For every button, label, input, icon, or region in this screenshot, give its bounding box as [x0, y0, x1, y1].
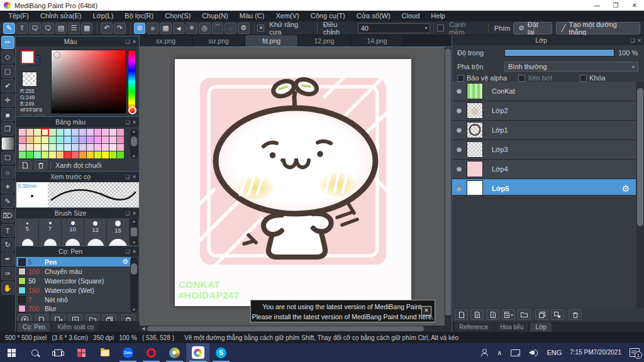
action-center-button[interactable]: 1	[625, 343, 644, 362]
brush-row-pen[interactable]: 5 Pen ⚙	[16, 257, 131, 267]
palette-swatch[interactable]	[94, 129, 101, 136]
layer-row-lop2[interactable]: Lớp2	[452, 101, 636, 121]
tab-reference[interactable]: Reference	[454, 322, 493, 332]
undo-button[interactable]: ↶	[101, 23, 113, 34]
new-layer-button[interactable]	[455, 309, 468, 320]
palette-swatch[interactable]	[19, 136, 26, 143]
gradient-tool[interactable]: ▩	[1, 137, 14, 150]
layer-scroll-thumb[interactable]	[637, 88, 643, 226]
brush-list-scrollbar[interactable]: ▼	[130, 257, 138, 312]
gear-icon[interactable]: ⚙	[621, 184, 630, 194]
palette-swatch[interactable]	[19, 129, 26, 136]
layer-row-lop3[interactable]: Lớp3	[452, 140, 636, 160]
new-color-button[interactable]	[19, 160, 31, 170]
palette-swatch[interactable]	[109, 129, 116, 136]
snap-curve-button[interactable]: ⌒	[212, 23, 224, 34]
layer-list-scrollbar[interactable]	[636, 82, 644, 308]
rotate-tool[interactable]: ↻	[1, 238, 14, 251]
list-settings-button[interactable]: ☰	[68, 23, 80, 34]
palette-swatch[interactable]	[57, 129, 64, 136]
snap-radial-button[interactable]: ✳	[186, 23, 197, 34]
scroll-down-icon[interactable]: ▼	[131, 241, 137, 244]
popout-icon[interactable]: ❏	[125, 249, 130, 255]
layer-row-lop4[interactable]: Lớp4	[452, 160, 636, 179]
canvas-horizontal-scrollbar[interactable]: ◀	[140, 326, 445, 332]
hue-cursor[interactable]	[128, 106, 136, 114]
opera-button[interactable]	[140, 343, 163, 362]
menu-chon[interactable]: Chọn(S)	[159, 11, 196, 21]
task-view-button[interactable]	[47, 343, 70, 362]
brush-size-scrollbar[interactable]: ▲ ▼	[130, 219, 138, 245]
snap-ellipse-button[interactable]: ◌	[225, 23, 236, 34]
close-icon[interactable]: ✕	[132, 211, 136, 216]
close-icon[interactable]: ✕	[132, 249, 136, 255]
medibang-taskbar-button[interactable]	[186, 343, 209, 362]
language-indicator[interactable]: ENG	[542, 343, 566, 362]
tab-hoa-tieu[interactable]: Hoa tiểu	[495, 322, 528, 332]
palette-swatch[interactable]	[94, 144, 101, 151]
palette-swatch[interactable]	[19, 151, 26, 158]
close-icon[interactable]: ✕	[132, 39, 136, 45]
palette-swatch[interactable]	[34, 144, 41, 151]
canvas-vscroll-thumb[interactable]	[445, 48, 451, 315]
antialias-checkbox[interactable]: ✕	[257, 25, 264, 31]
layer-folder-button[interactable]	[518, 309, 531, 320]
text-tool[interactable]: T	[1, 224, 14, 237]
palette-swatch[interactable]	[72, 136, 79, 143]
size-cell[interactable]	[39, 235, 62, 246]
palette-swatch[interactable]	[34, 129, 41, 136]
menu-cloud[interactable]: Cloud	[396, 11, 426, 21]
eraser-tool[interactable]: ◇	[1, 50, 14, 63]
lasso-tool[interactable]: ○	[1, 166, 14, 179]
doc-tab-su[interactable]: sư.png	[192, 35, 245, 47]
visibility-icon[interactable]	[457, 186, 462, 191]
palette-swatch[interactable]	[42, 151, 48, 158]
palette-swatch[interactable]	[49, 136, 56, 143]
bucket-tool[interactable]: ❒	[1, 123, 14, 136]
comment-bubble-button[interactable]: 🗨	[29, 23, 41, 34]
palette-swatch[interactable]	[117, 144, 124, 151]
menu-chup[interactable]: Chụp(N)	[196, 11, 234, 21]
doc-tab-fd[interactable]: fd.png	[245, 35, 298, 47]
brush-size-scroll-thumb[interactable]	[131, 228, 137, 236]
close-icon[interactable]: ✕	[637, 38, 641, 43]
file-explorer-button[interactable]	[93, 343, 116, 362]
palette-swatch[interactable]	[87, 136, 94, 143]
scroll-down-icon[interactable]: ▼	[131, 155, 137, 158]
snap-grid-button[interactable]: ▦	[160, 23, 172, 34]
menu-cua-so[interactable]: Cửa sổ(W)	[351, 11, 396, 21]
palette-scrollbar[interactable]: ▲ ▼	[130, 129, 138, 159]
palette-swatch[interactable]	[109, 136, 116, 143]
palette-swatch[interactable]	[79, 151, 86, 158]
comment-panel-button[interactable]: 🗨	[42, 23, 54, 34]
menu-cong-cu[interactable]: Công cụ(T)	[305, 11, 351, 21]
saturation-value-picker[interactable]	[51, 50, 126, 114]
palette-swatch[interactable]	[79, 136, 86, 143]
brush-list-scroll-thumb[interactable]	[131, 263, 137, 275]
start-button[interactable]	[0, 343, 23, 362]
palette-swatch[interactable]	[57, 144, 64, 151]
layer-row-conkat[interactable]: ConKat	[452, 82, 636, 101]
grid-edit-button[interactable]: ▦	[81, 23, 93, 34]
scroll-left-icon[interactable]: ◀	[140, 326, 147, 331]
palette-swatch[interactable]	[102, 129, 109, 136]
close-icon[interactable]: ✕	[132, 119, 136, 125]
show-hidden-icons-button[interactable]: ∧	[492, 343, 506, 362]
notification-close-button[interactable]: ✕	[421, 306, 431, 315]
popout-icon[interactable]: ❏	[630, 38, 635, 43]
size-cell[interactable]: 10	[62, 219, 84, 236]
canvas-hscroll-thumb[interactable]	[147, 326, 424, 331]
clock[interactable]: 7:15 PM 7/20/2021	[566, 343, 625, 362]
snap-concentric-button[interactable]: ◎	[199, 23, 211, 34]
palette-swatch[interactable]	[79, 129, 86, 136]
duplicate-layer-button[interactable]	[535, 309, 548, 320]
transparent-color-swatch[interactable]	[22, 72, 37, 87]
hand-tool[interactable]: ✋	[1, 282, 14, 295]
size-cell[interactable]	[84, 235, 107, 246]
size-cell[interactable]	[62, 235, 84, 246]
brush-row-net-nho[interactable]: 7 Nét nhỏ	[16, 295, 131, 305]
palette-swatch[interactable]	[57, 151, 64, 158]
palette-swatch[interactable]	[64, 144, 71, 151]
palette-swatch[interactable]	[42, 136, 48, 143]
scroll-up-icon[interactable]: ▲	[131, 129, 137, 133]
